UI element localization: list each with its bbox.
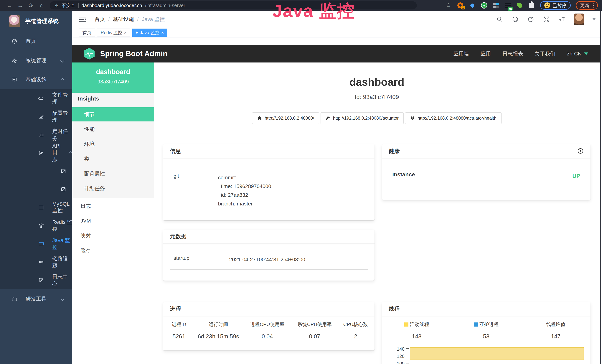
sidebar-item-access-log[interactable]: 访问日志 [0,162,72,180]
tab-java[interactable]: Java 监控 × [132,29,167,37]
url-host[interactable]: dashboard.yudao.iocoder.cn [82,3,142,8]
user-avatar[interactable] [574,13,584,25]
sidebar-item-system[interactable]: 系统管理 [0,51,72,70]
process-value: 5261 [163,333,195,340]
extension-orange-icon[interactable]: 1 [457,2,464,9]
home-icon [257,116,262,120]
extension-pin-icon[interactable] [469,2,475,9]
sidebar-item-log-center[interactable]: 日志中心 [0,271,72,289]
sidebar-item-files[interactable]: 文件管理 [0,89,72,107]
sba-menu-environment[interactable]: 环境 [72,137,154,151]
caret-down-icon[interactable] [592,18,596,20]
sba-menu-scheduled-tasks[interactable]: 计划任务 [72,182,154,196]
sba-menu-classes[interactable]: 类 [72,152,154,166]
sidebar-item-config[interactable]: 配置管理 [0,107,72,126]
process-label: 运行时间 [195,321,242,328]
extension-puzzle-icon[interactable] [528,2,535,9]
sba-menu-caches[interactable]: 缓存 [72,244,154,257]
sidebar-item-label: 日志中心 [52,273,72,287]
status-badge: UP [572,171,580,181]
app-title: 芋道管理系统 [25,17,59,25]
sidebar-item-tracing[interactable]: 链路追踪 [0,253,72,271]
sidebar-item-api-log[interactable]: API 日志 [0,144,72,162]
sba-locale-value: zh-CN [567,51,582,57]
sba-menu-jvm[interactable]: JVM [72,214,154,227]
fullscreen-icon[interactable] [543,16,550,23]
help-icon[interactable] [527,16,535,23]
breadcrumb-home[interactable]: 首页 [95,16,105,23]
chevron-down-icon [60,297,64,301]
health-row-instance[interactable]: Instance UP [389,169,584,186]
close-icon[interactable]: × [161,30,164,35]
sba-locale-select[interactable]: zh-CN [567,51,588,57]
address-bar[interactable]: ⚠ 不安全 dashboard.yudao.iocoder.cn /infra/… [50,1,417,10]
history-icon[interactable] [577,148,584,155]
extension-grid-icon[interactable] [493,2,499,9]
github-icon[interactable] [512,16,519,23]
sba-brand[interactable]: Spring Boot Admin [100,50,167,58]
hamburger-icon[interactable] [79,16,87,23]
extension-leaf-icon[interactable] [516,2,523,9]
legend-value: 147 [521,333,591,340]
extension-y-icon[interactable]: y [481,2,487,9]
sba-nav-applications[interactable]: 应用 [481,50,491,57]
service-url-button[interactable]: http://192.168.0.2:48080/ [252,112,319,124]
sidebar-item-mysql[interactable]: MySQL 监控 [0,198,72,217]
sba-menu-details[interactable]: 细节 [72,107,154,121]
sidebar-item-home[interactable]: 首页 [0,32,72,51]
service-url: http://192.168.0.2:48080/ [265,116,314,121]
spring-boot-admin-logo-icon[interactable] [84,48,95,60]
sba-sidebar: dashboard 93a3fc7f7409 Insights 细节 性能 环境… [72,63,154,364]
instance-header[interactable]: dashboard 93a3fc7f7409 [72,63,154,93]
update-button[interactable]: 更新 [576,1,598,10]
paused-label: 已暂停 [552,2,566,9]
sba-nav-about[interactable]: 关于我们 [535,50,556,57]
browser-actions: ☆ 1 y on 已暂停 更新 [445,1,598,10]
sba-menu-metrics[interactable]: 性能 [72,122,154,136]
legend-yellow-icon [404,322,408,327]
scrollbar-thumb[interactable] [600,11,601,364]
sidebar-item-redis[interactable]: Redis 监控 [0,217,72,235]
extension-bars-icon[interactable]: on [505,2,511,9]
security-label[interactable]: 不安全 [62,2,75,9]
sidebar-item-java[interactable]: Java 监控 [0,235,72,253]
app-logo-row[interactable]: 芋道管理系统 [0,11,72,32]
gear-icon [11,57,17,64]
threads-col-daemon: 守护进程 53 [452,321,521,340]
breadcrumb-current: Java 监控 [142,16,165,23]
breadcrumb-section[interactable]: 基础设施 [113,16,134,23]
chevron-up-icon [68,151,72,155]
close-icon[interactable]: × [124,30,127,35]
insights-section: Insights 细节 性能 环境 类 配置属性 计划任务 [72,93,154,198]
sba-menu-logs[interactable]: 日志 [72,199,154,213]
sidebar-item-jobs[interactable]: 定时任务 [0,126,72,144]
breadcrumb-separator: / [108,16,110,22]
actuator-url-button[interactable]: http://192.168.0.2:48080/actuator [321,112,404,124]
header-actions [496,13,602,25]
update-label: 更新 [580,2,589,9]
url-path[interactable]: /infra/admin-server [145,3,185,8]
reload-icon[interactable]: ⟳ [26,1,36,10]
font-size-icon[interactable] [558,16,566,23]
bookmark-star-icon[interactable]: ☆ [445,2,452,9]
sba-menu-configprops[interactable]: 配置属性 [72,167,154,181]
back-icon[interactable]: ← [4,1,15,10]
tab-redis[interactable]: Redis 监控 × [97,29,130,37]
profile-paused-chip[interactable]: 已暂停 [540,1,571,10]
sba-nav-wallboard[interactable]: 应用墙 [453,50,469,57]
sba-menu-mappings[interactable]: 映射 [72,229,154,242]
sba-nav-journal[interactable]: 日志报表 [502,50,523,57]
home-icon[interactable]: ⌂ [36,1,47,10]
legend-value: 53 [452,333,521,340]
scrollbar-track[interactable] [600,11,602,364]
tab-home[interactable]: 首页 [79,29,95,37]
forward-icon[interactable]: → [15,1,26,10]
sidebar-item-devtools[interactable]: 研发工具 [0,289,72,309]
sidebar-item-label: 首页 [26,38,36,45]
health-url-button[interactable]: http://192.168.0.2:48080/actuator/health [405,112,502,124]
search-icon[interactable] [496,16,503,23]
sidebar-item-infra[interactable]: 基础设施 [0,70,72,89]
tv-monitor-icon [38,241,44,247]
sidebar-item-error-log[interactable]: 错误日志 [0,180,72,198]
kebab-menu-icon[interactable] [593,3,594,8]
